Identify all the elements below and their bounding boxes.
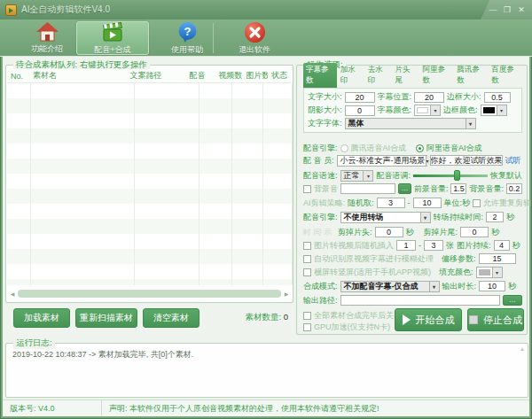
close-icon[interactable]: ✕ bbox=[514, 0, 528, 19]
subtitle-position-input[interactable] bbox=[414, 92, 444, 103]
output-browse-button[interactable]: … bbox=[503, 295, 522, 306]
reset-default-link[interactable]: 恢复默认 bbox=[490, 170, 522, 182]
gpu-label: GPU加速(仅支持N卡) bbox=[314, 322, 390, 333]
tab-tencent-params[interactable]: 腾讯参数 bbox=[454, 63, 488, 88]
image-duration-input[interactable] bbox=[494, 240, 510, 251]
start-compose-button[interactable]: 开始合成 bbox=[395, 308, 462, 331]
column-header[interactable]: 状态 bbox=[268, 70, 292, 81]
allow-repeat-checkbox[interactable] bbox=[473, 199, 481, 207]
preview-text-input[interactable] bbox=[430, 155, 503, 166]
bgm-browse-button[interactable]: … bbox=[398, 183, 411, 194]
dropdown-arrow-icon: ▾ bbox=[426, 156, 429, 166]
image-insert-label: 图片转视频后随机插入 bbox=[314, 240, 394, 252]
image-insert-min-input[interactable] bbox=[396, 240, 416, 251]
bg-volume-input[interactable] bbox=[506, 183, 522, 194]
subtitle-blur-label: 自动识别原视频字幕进行模糊处理 bbox=[314, 253, 434, 265]
bgm-path-input[interactable] bbox=[340, 183, 395, 194]
bg-volume-label: 背景音量: bbox=[469, 183, 504, 195]
tab-remove-watermark[interactable]: 去水印 bbox=[365, 63, 392, 88]
scrollbar-thumb[interactable] bbox=[18, 290, 281, 298]
scroll-right-icon[interactable]: ▶ bbox=[283, 291, 290, 297]
output-path-input[interactable] bbox=[340, 295, 500, 306]
dropdown-arrow-icon: ▾ bbox=[420, 213, 430, 222]
toolbar-item-exit[interactable]: 退出软件 bbox=[229, 21, 280, 55]
gpu-checkbox[interactable] bbox=[303, 323, 311, 331]
horizontal-scrollbar[interactable]: ◀ ▶ bbox=[9, 288, 290, 299]
voice-actor-row: 配 音 员: 小云-标准女声-通用场景 ▾ 试听 bbox=[303, 154, 522, 167]
subtitle-position-label: 字幕位置: bbox=[378, 91, 412, 103]
voice-pitch-label: 配音语调: bbox=[376, 170, 411, 182]
radio-ali-engine[interactable] bbox=[416, 144, 424, 152]
load-material-button[interactable]: 加载素材 bbox=[13, 308, 70, 328]
shutdown-label: 全部素材合成完毕后关机 bbox=[314, 310, 402, 322]
queue-table-body[interactable] bbox=[7, 83, 292, 285]
output-duration-input[interactable] bbox=[479, 281, 505, 291]
compose-mode-value: 不加配音字幕-仅合成 bbox=[344, 281, 419, 292]
window-title: AI全自动剪辑软件V4.0 bbox=[21, 4, 110, 16]
home-icon bbox=[35, 21, 59, 43]
column-header[interactable]: 素材名 bbox=[29, 70, 126, 81]
rotate-checkbox[interactable] bbox=[303, 268, 311, 276]
trim-head-input[interactable] bbox=[375, 227, 403, 237]
column-header[interactable]: 文案路径 bbox=[126, 70, 185, 81]
rotate-label: 横屏转竖屏(适用于手机APP视频) bbox=[314, 267, 431, 278]
shutdown-checkbox[interactable] bbox=[303, 312, 311, 320]
stop-compose-button[interactable]: 停止合成 bbox=[467, 308, 524, 331]
subtitle-blur-row: 自动识别原视频字幕进行模糊处理 偏移参数: bbox=[303, 252, 522, 265]
compose-mode-select[interactable]: 不加配音字幕-仅合成 ▾ bbox=[340, 281, 440, 292]
random-take-label: 随机取: bbox=[348, 198, 374, 209]
toolbar-item-help[interactable]: ? 使用帮助 bbox=[161, 21, 213, 55]
voice-speed-select[interactable]: 正常 ▾ bbox=[340, 170, 374, 182]
tab-baidu-params[interactable]: 百度参数 bbox=[489, 63, 522, 88]
clip-min-input[interactable] bbox=[377, 198, 405, 208]
allow-repeat-label: 允许重复剪辑 bbox=[483, 198, 531, 209]
scroll-left-icon[interactable]: ◀ bbox=[9, 291, 16, 297]
image-insert-max-input[interactable] bbox=[424, 240, 443, 251]
pitch-slider[interactable] bbox=[413, 170, 488, 181]
tab-add-watermark[interactable]: 加水印 bbox=[338, 63, 364, 88]
clip-max-input[interactable] bbox=[413, 198, 442, 208]
column-divider bbox=[199, 83, 200, 285]
scroll-up-icon[interactable]: ▲ bbox=[520, 346, 525, 352]
transition-select[interactable]: 不使用转场 ▾ bbox=[340, 212, 431, 223]
shadow-size-input[interactable] bbox=[345, 105, 375, 116]
text-size-input[interactable] bbox=[345, 92, 375, 103]
subtitle-color-label: 字幕颜色: bbox=[378, 105, 412, 116]
voice-actor-select[interactable]: 小云-标准女声-通用场景 ▾ bbox=[337, 155, 427, 167]
column-header[interactable]: No. bbox=[7, 72, 29, 81]
outline-size-input[interactable] bbox=[484, 92, 511, 103]
column-header[interactable]: 配音 bbox=[186, 70, 215, 81]
tab-subtitle-params[interactable]: 字幕参数 bbox=[303, 63, 337, 88]
transition-duration-input[interactable] bbox=[486, 212, 504, 222]
toolbar-item-intro[interactable]: 功能介绍 bbox=[21, 21, 73, 55]
maximize-icon[interactable]: ❐ bbox=[500, 0, 514, 19]
voice-speed-label: 配音语速: bbox=[303, 170, 338, 182]
tab-intro-outro[interactable]: 片头尾 bbox=[393, 63, 419, 88]
subtitle-color-picker[interactable]: ▾ bbox=[414, 105, 441, 116]
column-header[interactable]: 视频数 bbox=[215, 70, 242, 81]
fg-volume-input[interactable] bbox=[450, 183, 466, 194]
radio-tencent-engine[interactable] bbox=[340, 144, 348, 152]
column-divider bbox=[231, 83, 232, 285]
rescan-material-button[interactable]: 重新扫描素材 bbox=[75, 308, 137, 328]
trim-tail-input[interactable] bbox=[460, 227, 489, 237]
clear-material-button[interactable]: 清空素材 bbox=[143, 308, 200, 328]
fill-color-picker[interactable]: ▾ bbox=[476, 267, 503, 278]
font-select[interactable]: 黑体 ▾ bbox=[345, 118, 476, 129]
log-line: 2019-10-22 10:48:37 -> 素材加载完毕, 共[0]个素材. bbox=[12, 349, 193, 361]
offset-param-input[interactable] bbox=[479, 253, 516, 264]
trim-head-unit: 秒 bbox=[406, 227, 414, 238]
toolbar-item-dub-compose[interactable]: 配音+合成 bbox=[76, 21, 149, 55]
column-header[interactable]: 图片数 bbox=[242, 70, 268, 81]
outline-color-picker[interactable]: ▾ bbox=[481, 105, 507, 116]
tab-ali-params[interactable]: 阿里参数 bbox=[419, 63, 453, 88]
voice-engine-label: 配音引擎: bbox=[303, 143, 338, 154]
subtitle-blur-checkbox[interactable] bbox=[303, 255, 311, 263]
minimize-icon[interactable]: — bbox=[486, 0, 500, 19]
image-duration-label: 图片持续: bbox=[457, 240, 491, 252]
preview-link[interactable]: 试听 bbox=[505, 155, 521, 167]
slider-handle[interactable] bbox=[454, 170, 460, 181]
bgm-checkbox[interactable] bbox=[303, 185, 311, 193]
fill-color-swatch bbox=[479, 269, 490, 275]
image-insert-checkbox[interactable] bbox=[303, 242, 311, 250]
